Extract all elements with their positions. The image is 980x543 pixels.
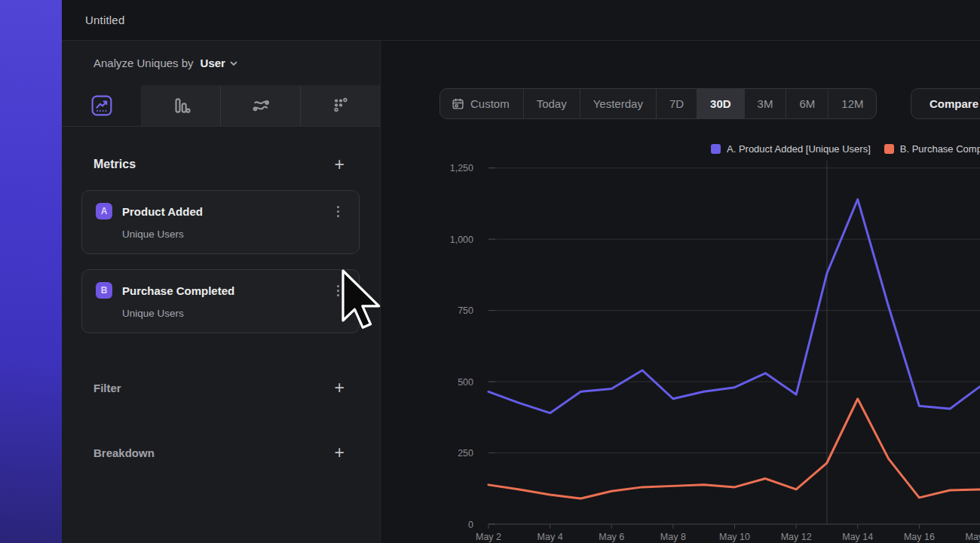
chart-legend: A. Product Added [Unique Users]B. Purcha… xyxy=(711,143,980,155)
analyze-row: Analyze Uniques by User xyxy=(62,41,380,85)
range-3m[interactable]: 3M xyxy=(744,89,786,118)
range-label: Yesterday xyxy=(593,97,643,110)
bar-chart-icon xyxy=(170,95,191,116)
breakdown-label: Breakdown xyxy=(93,446,155,459)
tab-flows[interactable] xyxy=(220,85,300,126)
line-chart-icon xyxy=(91,95,112,116)
legend-item[interactable]: B. Purchase Completed [Unique Users] xyxy=(884,143,980,155)
svg-text:May 14: May 14 xyxy=(842,532,873,542)
range-label: 3M xyxy=(758,97,773,110)
svg-text:May 4: May 4 xyxy=(537,532,563,542)
line-chart-canvas: 02505007501,0001,250May 2May 4May 6May 8… xyxy=(418,155,980,543)
svg-text:1,250: 1,250 xyxy=(450,163,473,173)
metric-name: Purchase Completed xyxy=(122,284,335,297)
metrics-title: Metrics xyxy=(93,158,136,171)
analyze-entity-value: User xyxy=(201,57,225,69)
calendar-icon xyxy=(452,97,464,110)
metric-card-a[interactable]: A Product Added Unique Users xyxy=(81,190,360,254)
tab-bar-chart[interactable] xyxy=(141,85,220,126)
add-metric-button[interactable]: + xyxy=(335,157,345,172)
legend-swatch xyxy=(711,144,721,154)
screen: Untitled Analyze Uniques by User xyxy=(0,0,980,543)
dots-grid-icon xyxy=(330,95,351,116)
flows-icon xyxy=(250,95,271,116)
metric-name: Product Added xyxy=(122,205,335,218)
chevron-down-icon xyxy=(229,59,238,68)
legend-swatch xyxy=(884,144,894,154)
range-yesterday[interactable]: Yesterday xyxy=(580,89,656,118)
range-label: 6M xyxy=(799,97,815,110)
metric-badge-a: A xyxy=(96,203,112,219)
range-label: 12M xyxy=(841,97,863,110)
svg-text:1,000: 1,000 xyxy=(450,235,473,245)
add-filter-button[interactable]: + xyxy=(335,380,345,395)
svg-text:750: 750 xyxy=(458,305,473,316)
legend-label: A. Product Added [Unique Users] xyxy=(727,143,871,155)
background-gradient-strip xyxy=(0,0,62,543)
svg-text:May 8: May 8 xyxy=(660,532,686,542)
range-label: 30D xyxy=(710,97,731,110)
range-today[interactable]: Today xyxy=(523,89,580,118)
analyze-label: Analyze Uniques by xyxy=(93,57,194,69)
tab-retention-dots[interactable] xyxy=(300,85,380,126)
legend-item[interactable]: A. Product Added [Unique Users] xyxy=(711,143,871,155)
tab-line-insights[interactable] xyxy=(62,85,141,126)
metric-menu-button[interactable] xyxy=(335,204,341,219)
range-label: 7D xyxy=(669,97,684,110)
svg-text:May 6: May 6 xyxy=(599,532,624,542)
filter-label: Filter xyxy=(93,382,121,394)
svg-text:May 16: May 16 xyxy=(904,532,935,542)
chart-type-tabstrip xyxy=(62,85,380,127)
svg-text:0: 0 xyxy=(468,520,473,530)
metric-measurement[interactable]: Unique Users xyxy=(122,308,341,319)
range-label: Today xyxy=(537,97,567,110)
metrics-header: Metrics + xyxy=(62,157,380,172)
range-custom[interactable]: Custom xyxy=(440,89,523,118)
report-title[interactable]: Untitled xyxy=(85,14,124,26)
top-bar: Untitled xyxy=(62,0,980,41)
svg-text:May 18: May 18 xyxy=(966,532,980,542)
legend-label: B. Purchase Completed [Unique Users] xyxy=(900,143,980,155)
range-6m[interactable]: 6M xyxy=(786,89,828,118)
filter-section: Filter + xyxy=(62,380,380,395)
date-range-segmented-control: CustomTodayYesterday7D30D3M6M12M xyxy=(439,88,877,119)
svg-text:May 10: May 10 xyxy=(719,532,750,542)
svg-text:May 2: May 2 xyxy=(476,532,501,542)
query-sidebar: Analyze Uniques by User xyxy=(62,41,381,543)
line-chart[interactable]: 02505007501,0001,250May 2May 4May 6May 8… xyxy=(418,155,980,543)
metric-menu-button[interactable] xyxy=(335,284,341,298)
range-label: Custom xyxy=(470,97,510,110)
svg-text:May 12: May 12 xyxy=(781,532,812,542)
range-7d[interactable]: 7D xyxy=(656,89,697,118)
svg-text:500: 500 xyxy=(458,377,473,388)
breakdown-section: Breakdown + xyxy=(62,445,380,460)
range-30d[interactable]: 30D xyxy=(697,89,744,118)
svg-text:250: 250 xyxy=(458,448,473,459)
metric-card-b[interactable]: B Purchase Completed Unique Users xyxy=(81,269,360,333)
range-12m[interactable]: 12M xyxy=(828,89,876,118)
analyze-entity-dropdown[interactable]: User xyxy=(201,57,238,69)
metric-measurement[interactable]: Unique Users xyxy=(122,229,341,240)
app-window: Untitled Analyze Uniques by User xyxy=(62,0,980,543)
compare-button[interactable]: Compare xyxy=(911,88,980,119)
add-breakdown-button[interactable]: + xyxy=(335,445,345,460)
metric-badge-b: B xyxy=(96,282,112,299)
